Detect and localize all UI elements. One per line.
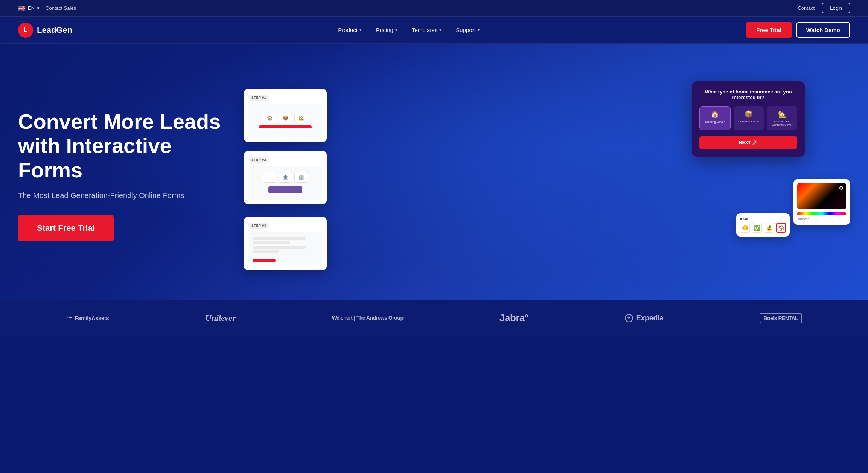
step-01-bar: [259, 125, 312, 128]
top-bar: 🇺🇸 EN ▾ Contact Sales Contact Login: [0, 0, 868, 17]
expedia-circle-icon: ✦: [625, 314, 633, 322]
step-02-label: STEP 02: [248, 157, 269, 163]
watch-demo-button[interactable]: Watch Demo: [796, 22, 850, 38]
step-01-inner: 🏠 📦 🏡: [248, 104, 322, 137]
insurance-options: 🏠 Building Cover 📦 Contents Cover 🏡 Buil…: [699, 106, 797, 130]
hero-subheading: The Most Lead Generation-Friendly Online…: [18, 191, 221, 200]
step-02-card: STEP 02 🏚 🏦 🏢: [244, 151, 327, 204]
hero-illustration: STEP 01 🏠 📦 🏡 STEP 02 🏚 🏦: [244, 81, 850, 270]
building-cover-label: Building Cover: [703, 120, 727, 124]
expedia-text: Expedia: [636, 314, 664, 322]
top-bar-left: 🇺🇸 EN ▾ Contact Sales: [18, 5, 76, 12]
logos-section: 〜 FamilyAssets Unilever Weichert | The A…: [0, 300, 868, 336]
main-form-card: What type of home insurance are you inte…: [692, 81, 805, 157]
logo[interactable]: L LeadGen: [18, 23, 72, 38]
icon-option-money[interactable]: 💰: [764, 223, 774, 233]
hero-heading: Convert More Leads with Interactive Form…: [18, 110, 221, 182]
step-02-icon-1: 🏚: [263, 172, 276, 183]
step-03-field-3: [253, 246, 306, 249]
insurance-option-building[interactable]: 🏠 Building Cover: [699, 106, 731, 130]
logo-weichert: Weichert | The Andrews Group: [332, 315, 404, 321]
icon-option-check[interactable]: ✅: [752, 223, 762, 233]
logo-family-assets: 〜 FamilyAssets: [66, 314, 109, 322]
top-contact-link[interactable]: Contact: [798, 5, 815, 11]
step-03-field-2: [253, 241, 290, 244]
both-cover-label: Building and Contents Cover: [770, 120, 794, 127]
color-hex-value: #FF0000: [797, 218, 846, 221]
step-02-inner: 🏚 🏦 🏢: [248, 166, 322, 200]
logo-icon: L: [18, 23, 33, 38]
insurance-option-both[interactable]: 🏡 Building and Contents Cover: [767, 106, 797, 130]
unilever-text: Unilever: [205, 313, 236, 323]
nav-product-chevron-icon: ▾: [359, 27, 362, 32]
lang-label: EN: [28, 5, 35, 11]
step-03-label: STEP 03: [248, 223, 269, 229]
step-01-icon-2: 📦: [279, 113, 292, 123]
logo-unilever: Unilever: [205, 313, 236, 323]
nav-pricing-chevron-icon: ▾: [395, 27, 397, 32]
building-cover-icon: 🏠: [703, 110, 727, 119]
step-02-icons: 🏚 🏦 🏢: [263, 172, 308, 183]
free-trial-button[interactable]: Free Trial: [746, 22, 792, 38]
insurance-option-contents[interactable]: 📦 Contents Cover: [734, 106, 764, 130]
boels-text: Boels RENTAL: [763, 315, 798, 321]
color-hue-bar[interactable]: [797, 212, 846, 215]
form-card-title: What type of home insurance are you inte…: [699, 89, 797, 100]
icon-picker-label: ICON: [740, 217, 786, 221]
nav-templates-chevron-icon: ▾: [439, 27, 442, 32]
nav-product-label: Product: [338, 27, 358, 33]
nav-cta: Free Trial Watch Demo: [746, 22, 850, 38]
hero-content: Convert More Leads with Interactive Form…: [18, 110, 221, 241]
step-01-icon-1: 🏠: [263, 113, 276, 123]
mock-ui-container: STEP 01 🏠 📦 🏡 STEP 02 🏚 🏦: [244, 81, 850, 270]
logo-boels: Boels RENTAL: [760, 313, 802, 323]
step-02-icon-3: 🏢: [294, 172, 308, 183]
weichert-text: Weichert | The Andrews Group: [332, 315, 404, 321]
color-picker-card: #FF0000: [793, 179, 850, 225]
nav-item-templates[interactable]: Templates ▾: [406, 24, 448, 36]
nav-support-chevron-icon: ▾: [478, 27, 480, 32]
nav-support-label: Support: [456, 27, 476, 33]
login-button[interactable]: Login: [822, 3, 850, 13]
color-gradient-handle[interactable]: [839, 186, 843, 190]
step-01-card: STEP 01 🏠 📦 🏡: [244, 89, 327, 142]
hero-section: Convert More Leads with Interactive Form…: [0, 44, 868, 300]
step-01-icon-3: 🏡: [294, 113, 308, 123]
icon-option-home[interactable]: 🏠: [776, 223, 786, 233]
nav-templates-label: Templates: [412, 27, 437, 33]
family-assets-symbol: 〜: [66, 314, 72, 322]
nav-item-product[interactable]: Product ▾: [332, 24, 368, 36]
color-gradient[interactable]: [797, 183, 846, 209]
icon-option-smile[interactable]: 😊: [740, 223, 750, 233]
top-bar-right: Contact Login: [798, 3, 850, 13]
step-01-label: STEP 01: [248, 95, 269, 101]
next-button[interactable]: NEXT 🚀: [699, 136, 797, 149]
step-03-field-4: [253, 250, 279, 253]
step-02-bar: [268, 186, 302, 193]
nav-links: Product ▾ Pricing ▾ Templates ▾ Support …: [332, 24, 486, 36]
main-nav: L LeadGen Product ▾ Pricing ▾ Templates …: [0, 17, 868, 44]
nav-item-pricing[interactable]: Pricing ▾: [370, 24, 404, 36]
step-01-icons: 🏠 📦 🏡: [263, 113, 308, 123]
nav-item-support[interactable]: Support ▾: [450, 24, 486, 36]
contents-cover-icon: 📦: [737, 110, 761, 118]
step-03-card: STEP 03: [244, 217, 327, 270]
start-free-trial-button[interactable]: Start Free Trial: [18, 215, 114, 241]
step-03-fields: [253, 235, 306, 255]
step-03-bar: [253, 259, 276, 262]
step-02-icon-2: 🏦: [279, 172, 292, 183]
logo-jabra: Jabra°: [499, 312, 528, 324]
family-assets-text: FamilyAssets: [75, 315, 109, 321]
logo-text: LeadGen: [37, 25, 72, 35]
contact-sales-link[interactable]: Contact Sales: [46, 5, 76, 11]
contents-cover-label: Contents Cover: [737, 120, 761, 123]
icon-picker-row: 😊 ✅ 💰 🏠: [740, 223, 786, 233]
step-03-field-1: [253, 236, 306, 240]
lang-chevron-icon: ▾: [37, 5, 40, 11]
step-03-inner: [248, 232, 322, 265]
language-selector[interactable]: 🇺🇸 EN ▾: [18, 5, 40, 12]
icon-picker-card: ICON 😊 ✅ 💰 🏠: [736, 213, 790, 236]
logo-expedia: ✦ Expedia: [625, 314, 664, 322]
flag-icon: 🇺🇸: [18, 5, 26, 12]
jabra-text: Jabra°: [499, 312, 528, 324]
